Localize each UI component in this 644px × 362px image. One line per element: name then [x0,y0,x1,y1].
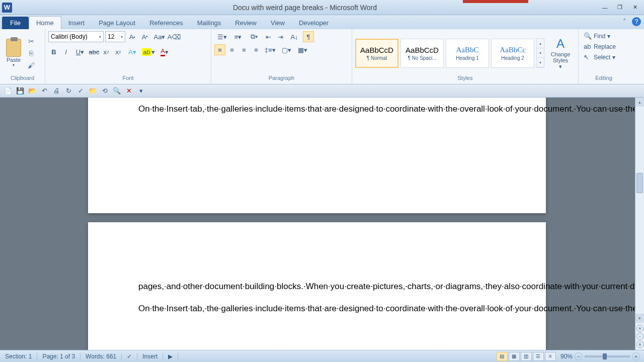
print-layout-view[interactable]: ▤ [497,352,508,361]
close-button[interactable]: ✕ [628,3,642,12]
scroll-down-button[interactable]: ▾ [635,314,644,323]
page-status[interactable]: Page: 1 of 3 [37,353,80,360]
insert-mode-status[interactable]: Insert [137,353,163,360]
word-count-status[interactable]: Words: 661 [80,353,122,360]
underline-button[interactable]: U▾ [72,46,88,57]
tab-mailings[interactable]: Mailings [190,17,228,29]
change-case-button[interactable]: Aa▾ [152,31,167,42]
tab-page-layout[interactable]: Page Layout [92,17,142,29]
help-icon[interactable]: ? [632,17,641,26]
tab-references[interactable]: References [142,17,190,29]
tab-insert[interactable]: Insert [61,17,92,29]
paragraph-text[interactable]: On·the·Insert·tab,·the·galleries·include… [138,103,496,116]
superscript-button[interactable]: x2 [113,46,124,57]
replace-button[interactable]: abReplace [582,42,626,51]
page-1[interactable]: On·the·Insert·tab,·the·galleries·include… [88,98,546,213]
line-spacing-button[interactable]: ‡≡▾ [263,44,278,55]
print-preview-button[interactable]: 🖨 [51,86,61,96]
spellcheck-button[interactable]: ✓ [75,86,86,96]
macro-status[interactable]: ▶ [163,353,178,360]
zoom-in-button[interactable]: + [632,352,640,360]
next-page-nav[interactable]: ≡ [636,341,643,348]
align-right-button[interactable]: ≡ [238,44,250,55]
decrease-indent-button[interactable]: ⇤ [263,31,274,42]
font-name-combo[interactable]: Calibri (Body)▾ [48,31,104,42]
redo-button[interactable]: ↻ [63,86,73,96]
strikethrough-button[interactable]: abc [89,46,100,57]
find-qat-button[interactable]: 🔍 [112,86,122,96]
shading-button[interactable]: ▢▾ [279,44,294,55]
undo-button[interactable]: ↶ [39,86,49,96]
bullets-button[interactable]: ☰▾ [214,31,229,42]
word-app-icon[interactable]: W [2,3,12,13]
open-button[interactable]: 📂 [27,86,37,96]
paragraph-text[interactable]: pages,·and·other·document·building·block… [138,280,496,293]
page-2[interactable]: pages,·and·other·document·building·block… [88,222,546,350]
style-scroll-down[interactable]: ▾ [537,48,544,58]
format-painter-button[interactable]: 🖌 [26,60,36,70]
minimize-ribbon-icon[interactable]: ˄ [620,17,629,26]
style-normal[interactable]: AaBbCcD ¶ Normal [355,39,398,68]
subscript-button[interactable]: x2 [101,46,112,57]
proofing-status[interactable]: ✓ [122,353,137,360]
copy-button[interactable]: ⎘ [26,48,36,58]
bold-button[interactable]: B [48,46,59,57]
prev-page-nav[interactable]: ≡ [636,325,643,332]
italic-button[interactable]: I [60,46,71,57]
restore-button[interactable]: ❐ [613,3,627,12]
paste-button[interactable]: Paste ▾ [3,39,24,67]
find-button[interactable]: 🔍Find▾ [582,31,626,41]
shrink-font-button[interactable]: A▾ [139,31,150,42]
grow-font-button[interactable]: A▴ [127,31,138,42]
multilevel-button[interactable]: ⧉▾ [247,31,262,42]
scrollbar-thumb[interactable] [636,173,643,193]
new-doc-button[interactable]: 📄 [3,86,13,96]
document-area[interactable]: On·the·Insert·tab,·the·galleries·include… [0,98,644,350]
zoom-value[interactable]: 90% [560,353,573,360]
style-scroll-up[interactable]: ▴ [537,39,544,48]
select-button[interactable]: ↖Select▾ [582,52,626,62]
tab-home[interactable]: Home [29,16,61,29]
refresh-button[interactable]: ⟲ [100,86,110,96]
clear-format-button[interactable]: A⌫ [169,31,180,42]
align-center-button[interactable]: ≡ [226,44,237,55]
full-screen-view[interactable]: ▦ [509,352,520,361]
zoom-out-button[interactable]: − [575,352,583,360]
style-heading-2[interactable]: AaBbCc Heading 2 [491,39,534,68]
borders-button[interactable]: ▦▾ [295,44,310,55]
style-gallery-expand[interactable]: ▾ [537,58,544,67]
draft-view[interactable]: ≡ [545,352,556,361]
font-size-combo[interactable]: 12▾ [105,31,125,42]
tab-review[interactable]: Review [228,17,264,29]
tab-view[interactable]: View [264,17,292,29]
style-heading-1[interactable]: AaBbC Heading 1 [446,39,489,68]
change-styles-button[interactable]: A Change Styles▾ [546,36,575,70]
sort-button[interactable]: A↓ [287,31,302,42]
close-qat-button[interactable]: ✕ [124,86,134,96]
minimize-button[interactable]: — [598,3,612,12]
tab-file[interactable]: File [2,17,29,29]
folder-button[interactable]: 📁 [88,86,98,96]
increase-indent-button[interactable]: ⇥ [275,31,286,42]
paragraph-text[interactable]: On·the·Insert·tab,·the·galleries·include… [138,302,496,315]
web-layout-view[interactable]: ▥ [521,352,532,361]
numbering-button[interactable]: ≡▾ [230,31,246,42]
justify-button[interactable]: ≡ [251,44,262,55]
scroll-up-button[interactable]: ▴ [635,98,644,107]
save-button[interactable]: 💾 [15,86,25,96]
zoom-thumb[interactable] [603,353,607,359]
browse-object-nav[interactable]: ◦ [636,333,643,340]
font-color-button[interactable]: A▾ [157,46,172,57]
style-no-spacing[interactable]: AaBbCcD ¶ No Spaci... [400,39,444,68]
zoom-slider[interactable] [585,355,630,357]
cut-button[interactable]: ✂ [26,36,36,46]
show-paragraph-button[interactable]: ¶ [303,31,314,42]
align-left-button[interactable]: ≡ [214,44,225,55]
highlight-button[interactable]: ab▾ [141,46,156,57]
text-effects-button[interactable]: A▾ [125,46,140,57]
outline-view[interactable]: ☰ [533,352,544,361]
tab-developer[interactable]: Developer [292,17,336,29]
qat-customize-button[interactable]: ▾ [136,86,146,96]
section-status[interactable]: Section: 1 [0,353,37,360]
vertical-scrollbar[interactable]: ▴ ▾ ≡ ◦ ≡ [635,98,644,350]
